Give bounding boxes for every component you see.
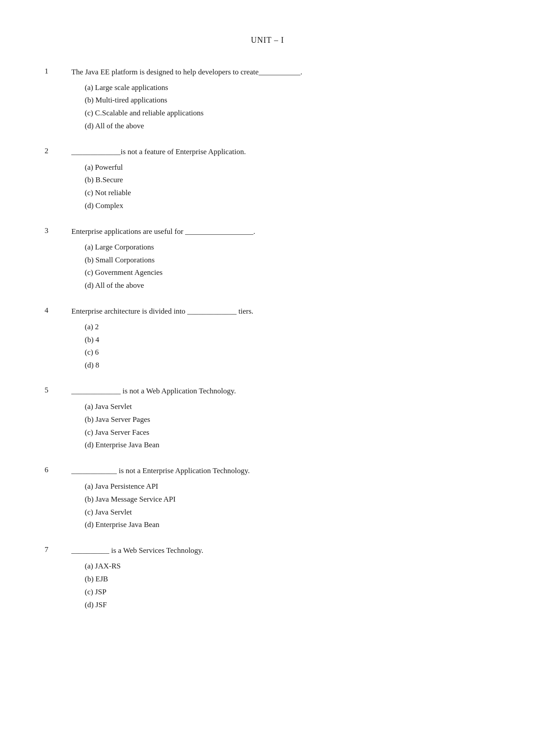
- question-block: 7__________ is a Web Services Technology…: [45, 545, 490, 611]
- question-number: 5: [45, 385, 71, 395]
- question-text: The Java EE platform is designed to help…: [71, 66, 490, 78]
- question-content: _____________ is not a Web Application T…: [71, 385, 490, 452]
- options-list: (a) Java Persistence API(b) Java Message…: [71, 480, 490, 532]
- question-block: 5_____________ is not a Web Application …: [45, 385, 490, 452]
- question-text: Enterprise architecture is divided into …: [71, 306, 490, 317]
- question-text: _____________is not a feature of Enterpr…: [71, 146, 490, 158]
- option-item: (a) Java Servlet: [85, 400, 490, 413]
- question-content: _____________is not a feature of Enterpr…: [71, 146, 490, 212]
- question-number: 3: [45, 226, 71, 235]
- question-number: 7: [45, 545, 71, 554]
- options-list: (a) Java Servlet(b) Java Server Pages(c)…: [71, 400, 490, 452]
- option-item: (d) Enterprise Java Bean: [85, 439, 490, 452]
- question-text: __________ is a Web Services Technology.: [71, 545, 490, 556]
- question-number: 1: [45, 66, 71, 76]
- question-block: 2_____________is not a feature of Enterp…: [45, 146, 490, 212]
- question-block: 6____________ is not a Enterprise Applic…: [45, 465, 490, 531]
- option-item: (d) All of the above: [85, 279, 490, 292]
- option-item: (b) Small Corporations: [85, 254, 490, 267]
- option-item: (a) Large scale applications: [85, 82, 490, 94]
- page-title: UNIT – I: [45, 36, 490, 45]
- question-number: 2: [45, 146, 71, 155]
- options-list: (a) Large Corporations(b) Small Corporat…: [71, 241, 490, 293]
- question-content: The Java EE platform is designed to help…: [71, 66, 490, 133]
- question-content: Enterprise applications are useful for _…: [71, 226, 490, 292]
- options-list: (a) JAX-RS(b) EJB(c) JSP(d) JSF: [71, 560, 490, 612]
- option-item: (c) Not reliable: [85, 187, 490, 200]
- option-item: (d) 8: [85, 359, 490, 372]
- question-block: 3Enterprise applications are useful for …: [45, 226, 490, 292]
- question-block: 4Enterprise architecture is divided into…: [45, 306, 490, 372]
- option-item: (b) Multi-tired applications: [85, 94, 490, 107]
- option-item: (d) All of the above: [85, 120, 490, 133]
- option-item: (b) Java Server Pages: [85, 413, 490, 426]
- option-item: (c) C.Scalable and reliable applications: [85, 107, 490, 120]
- options-list: (a) Large scale applications(b) Multi-ti…: [71, 82, 490, 133]
- option-item: (a) JAX-RS: [85, 560, 490, 573]
- questions-container: 1The Java EE platform is designed to hel…: [45, 66, 490, 611]
- option-item: (b) 4: [85, 334, 490, 347]
- question-text: ____________ is not a Enterprise Applica…: [71, 465, 490, 477]
- option-item: (b) EJB: [85, 573, 490, 586]
- option-item: (a) 2: [85, 321, 490, 334]
- option-item: (c) Java Servlet: [85, 506, 490, 519]
- question-text: _____________ is not a Web Application T…: [71, 385, 490, 397]
- question-number: 4: [45, 306, 71, 315]
- question-block: 1The Java EE platform is designed to hel…: [45, 66, 490, 133]
- options-list: (a) Powerful(b) B.Secure(c) Not reliable…: [71, 161, 490, 213]
- option-item: (d) JSF: [85, 599, 490, 612]
- option-item: (d) Complex: [85, 200, 490, 212]
- question-content: ____________ is not a Enterprise Applica…: [71, 465, 490, 531]
- question-content: Enterprise architecture is divided into …: [71, 306, 490, 372]
- question-content: __________ is a Web Services Technology.…: [71, 545, 490, 611]
- option-item: (c) JSP: [85, 586, 490, 599]
- option-item: (a) Java Persistence API: [85, 480, 490, 493]
- option-item: (a) Large Corporations: [85, 241, 490, 254]
- option-item: (b) B.Secure: [85, 174, 490, 187]
- option-item: (b) Java Message Service API: [85, 493, 490, 506]
- option-item: (c) Java Server Faces: [85, 426, 490, 439]
- options-list: (a) 2(b) 4(c) 6(d) 8: [71, 321, 490, 372]
- option-item: (c) Government Agencies: [85, 266, 490, 279]
- option-item: (c) 6: [85, 346, 490, 359]
- option-item: (d) Enterprise Java Bean: [85, 519, 490, 531]
- question-number: 6: [45, 465, 71, 474]
- question-text: Enterprise applications are useful for _…: [71, 226, 490, 237]
- option-item: (a) Powerful: [85, 161, 490, 174]
